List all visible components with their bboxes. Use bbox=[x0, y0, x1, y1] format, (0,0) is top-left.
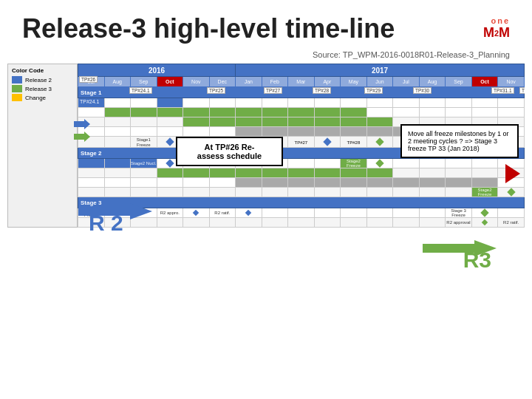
year-2016: 2016 bbox=[78, 64, 236, 77]
callout-reassess: At TP#26 Re- assess schedule bbox=[176, 137, 283, 166]
tp27-label: TP#27 bbox=[295, 140, 308, 145]
month-aug16: Aug bbox=[104, 77, 131, 87]
stage1-freeze-label: Stage1 Freeze bbox=[137, 137, 151, 147]
color-code-legend: Color Code Release 2 Release 3 Change bbox=[7, 64, 78, 228]
month-sep16: Sep bbox=[131, 77, 157, 87]
page-root: Release-3 high-level time-line one M 2 M… bbox=[0, 0, 532, 399]
month-sep17: Sep bbox=[446, 77, 472, 87]
stage1-freeze-diamond bbox=[166, 137, 174, 146]
svg-marker-2 bbox=[74, 119, 90, 129]
year-header-row: 2016 2017 bbox=[78, 64, 525, 77]
legend-release2: Release 2 bbox=[12, 76, 73, 83]
tp27-diamond bbox=[323, 137, 331, 146]
month-nov17: Nov bbox=[498, 77, 525, 87]
month-apr17: Apr bbox=[314, 77, 341, 87]
logo: one M 2 M bbox=[483, 16, 510, 41]
month-header-row: Jul Aug Sep Oct Nov Dec Jan Feb Mar Apr … bbox=[78, 77, 525, 87]
year-2017: 2017 bbox=[236, 64, 525, 77]
stage2-freeze2-diamond bbox=[507, 188, 515, 196]
stage3-r2-ratif-diamond bbox=[245, 209, 251, 215]
r3-big-label: R3 bbox=[463, 248, 491, 273]
callout-move-arrow bbox=[505, 164, 520, 183]
legend-change: Change bbox=[12, 94, 73, 101]
month-nov16: Nov bbox=[183, 77, 210, 87]
stage2-future: Stage2 Freeze bbox=[78, 188, 525, 197]
header: Release-3 high-level time-line one M 2 M bbox=[0, 0, 532, 50]
stage1-r2norm: TP#24.1 bbox=[78, 98, 525, 108]
month-jan17: Jan bbox=[236, 77, 262, 87]
month-jul17: Jul bbox=[393, 77, 420, 87]
stage2-r3norm bbox=[78, 178, 525, 188]
legend-color-r2 bbox=[12, 76, 22, 83]
tp241-label: TP#24.1 bbox=[80, 99, 99, 104]
r2-big-label: R 2 bbox=[89, 211, 123, 236]
stage2-r2norm: Stage2 Nucl. Stage2 Freeze bbox=[78, 159, 525, 168]
month-dec16: Dec bbox=[209, 77, 236, 87]
month-jun17: Jun bbox=[366, 77, 393, 87]
month-oct17: Oct bbox=[471, 77, 498, 87]
stage3-r3-freeze-diamond bbox=[480, 208, 488, 216]
month-jul16: Jul bbox=[78, 77, 105, 87]
stage1-header: Stage 1 bbox=[78, 87, 525, 98]
stage3-r2-appr-diamond bbox=[193, 209, 199, 215]
stage1-r3norm bbox=[78, 108, 525, 117]
legend-color-r3 bbox=[12, 85, 22, 92]
tp28-diamond bbox=[375, 137, 383, 146]
source-citation: Source: TP_WPM-2016-0018R01-Release-3_Pl… bbox=[0, 50, 532, 59]
logo-m2m: M 2 M bbox=[483, 25, 510, 41]
callout-move: Move all freeze milestones by 1 or 2 mee… bbox=[400, 124, 519, 158]
month-may17: May bbox=[341, 77, 367, 87]
legend-release3: Release 3 bbox=[12, 85, 73, 92]
month-oct16: Oct bbox=[157, 77, 183, 87]
legend-color-change bbox=[12, 94, 22, 101]
month-mar17: Mar bbox=[288, 77, 315, 87]
month-feb17: Feb bbox=[262, 77, 288, 87]
stage1-arrow-indicator bbox=[74, 119, 90, 129]
page-title: Release-3 high-level time-line bbox=[22, 13, 395, 44]
tp28-label: TP#28 bbox=[347, 140, 361, 145]
stage1-r3-arrow bbox=[74, 132, 90, 142]
month-aug17: Aug bbox=[419, 77, 446, 87]
stage2-nucleus-diamond bbox=[166, 159, 174, 167]
svg-marker-3 bbox=[74, 132, 90, 142]
stage3-r3-appr-diamond bbox=[482, 219, 488, 225]
stage2-r3nonnorm bbox=[78, 168, 525, 178]
stage2-freeze-diamond bbox=[375, 159, 383, 167]
